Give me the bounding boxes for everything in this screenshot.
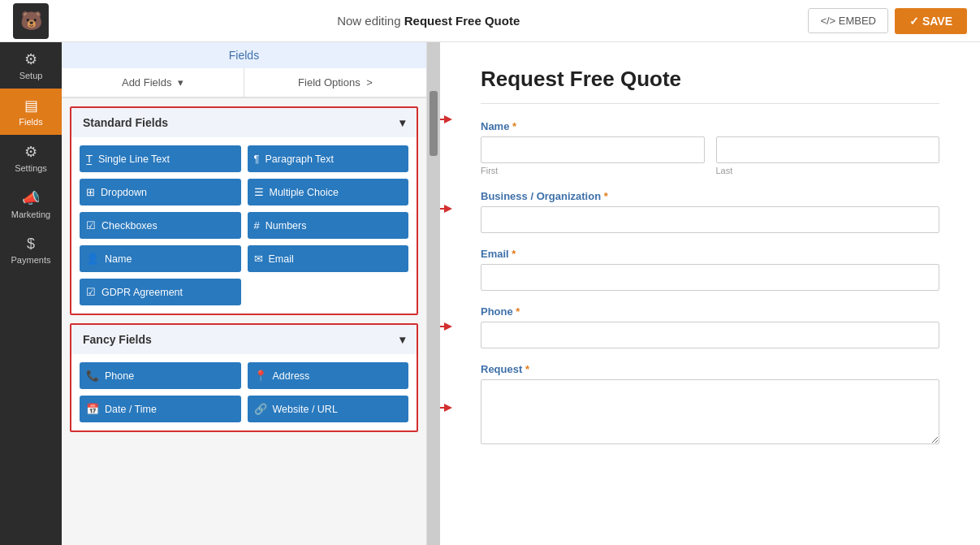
setup-icon: ⚙: [24, 50, 37, 68]
numbers-icon: #: [254, 219, 260, 231]
scroll-thumb[interactable]: [430, 91, 438, 156]
last-sub-label: Last: [716, 166, 940, 175]
sidebar-item-marketing[interactable]: 📣 Marketing: [0, 181, 62, 227]
marketing-icon: 📣: [22, 189, 40, 207]
field-btn-address[interactable]: 📍 Address: [248, 362, 409, 389]
form-label-phone: Phone *: [481, 305, 939, 318]
field-btn-name[interactable]: 👤 Name: [80, 245, 241, 272]
field-btn-gdpr-agreement[interactable]: ☑ GDPR Agreement: [80, 279, 241, 305]
name-icon: 👤: [86, 253, 99, 265]
datetime-icon: 📅: [86, 403, 99, 415]
request-textarea[interactable]: [481, 379, 939, 444]
form-label-name: Name *: [481, 120, 939, 132]
single-line-text-icon: T̲: [86, 153, 93, 165]
multiple-choice-icon: ☰: [254, 186, 264, 198]
sidebar-item-fields[interactable]: ▤ Fields: [0, 89, 62, 135]
form-name: Request Free Quote: [404, 14, 520, 28]
main-layout: ⚙ Setup ▤ Fields ⚙ Settings 📣 Marketing …: [0, 42, 980, 545]
form-field-name: Name * First Last: [481, 120, 939, 175]
name-last-input[interactable]: [716, 136, 940, 163]
standard-fields-label: Standard Fields: [83, 116, 168, 129]
address-icon: 📍: [254, 370, 267, 382]
form-title: Request Free Quote: [481, 67, 939, 104]
svg-marker-1: [444, 115, 452, 123]
fields-banner: Fields: [62, 42, 426, 68]
field-btn-phone[interactable]: 📞 Phone: [80, 362, 241, 389]
fancy-fields-grid: 📞 Phone 📍 Address 📅 Date / Time 🔗 Websit…: [71, 354, 417, 430]
name-row: First Last: [481, 136, 939, 175]
standard-fields-grid: T̲ Single Line Text ¶ Paragraph Text ⊞ D…: [71, 137, 417, 314]
field-btn-email[interactable]: ✉ Email: [248, 245, 409, 272]
email-input[interactable]: [481, 264, 939, 291]
field-btn-website-url[interactable]: 🔗 Website / URL: [248, 396, 409, 422]
standard-fields-header[interactable]: Standard Fields ▾: [71, 108, 417, 137]
logo: 🐻: [13, 3, 49, 39]
checkboxes-icon: ☑: [86, 219, 96, 231]
sidebar-label-setup: Setup: [19, 71, 43, 80]
fields-icon: ▤: [24, 97, 38, 115]
fields-tabs: Add Fields ▾ Field Options >: [62, 68, 426, 98]
save-button[interactable]: ✓ SAVE: [895, 8, 967, 34]
form-field-phone: Phone *: [481, 305, 939, 348]
field-btn-paragraph-text[interactable]: ¶ Paragraph Text: [248, 145, 409, 172]
website-url-icon: 🔗: [254, 403, 267, 415]
form-field-request: Request *: [481, 363, 939, 448]
business-input[interactable]: [481, 206, 939, 233]
fields-panel: Fields Add Fields ▾ Field Options > Stan…: [62, 42, 427, 545]
svg-marker-3: [444, 205, 452, 213]
logo-icon: 🐻: [13, 3, 49, 39]
chevron-down-icon: ▾: [178, 76, 183, 89]
email-icon: ✉: [254, 253, 263, 265]
name-first-input[interactable]: [481, 136, 705, 163]
chevron-down-icon-fancy: ▾: [399, 333, 405, 346]
paragraph-text-icon: ¶: [254, 153, 260, 165]
gdpr-icon: ☑: [86, 286, 96, 298]
first-sub-label: First: [481, 166, 705, 175]
chevron-right-icon: >: [366, 76, 373, 89]
sidebar-label-payments: Payments: [11, 255, 51, 265]
sidebar: ⚙ Setup ▤ Fields ⚙ Settings 📣 Marketing …: [0, 42, 62, 545]
field-btn-dropdown[interactable]: ⊞ Dropdown: [80, 179, 241, 205]
form-field-email: Email *: [481, 248, 939, 291]
svg-marker-7: [444, 404, 452, 412]
sidebar-item-setup[interactable]: ⚙ Setup: [0, 42, 62, 89]
form-field-business: Business / Organization *: [481, 190, 939, 233]
header: 🐻 Now editing Request Free Quote </> EMB…: [0, 0, 980, 42]
tab-add-fields[interactable]: Add Fields ▾: [62, 68, 244, 97]
field-btn-checkboxes[interactable]: ☑ Checkboxes: [80, 212, 241, 239]
sidebar-label-marketing: Marketing: [11, 210, 50, 219]
form-label-business: Business / Organization *: [481, 190, 939, 202]
arrows-overlay: [440, 42, 464, 545]
sidebar-label-settings: Settings: [15, 163, 47, 173]
header-actions: </> EMBED ✓ SAVE: [808, 8, 967, 34]
form-label-request: Request *: [481, 363, 939, 375]
sidebar-label-fields: Fields: [19, 117, 42, 127]
fancy-fields-header[interactable]: Fancy Fields ▾: [71, 325, 417, 354]
field-btn-single-line-text[interactable]: T̲ Single Line Text: [80, 145, 241, 172]
save-arrow-overlay: [964, 42, 980, 81]
fancy-fields-label: Fancy Fields: [83, 333, 152, 346]
form-label-email: Email *: [481, 248, 939, 260]
scroll-column: [427, 42, 440, 545]
form-preview: Request Free Quote Name * First Last Bus…: [440, 42, 980, 545]
settings-icon: ⚙: [24, 143, 37, 161]
chevron-down-icon: ▾: [399, 116, 405, 129]
phone-icon: 📞: [86, 370, 99, 382]
field-btn-datetime[interactable]: 📅 Date / Time: [80, 396, 241, 422]
name-last-col: Last: [716, 136, 940, 175]
fields-scroll[interactable]: Standard Fields ▾ T̲ Single Line Text ¶ …: [62, 98, 426, 545]
header-title: Now editing Request Free Quote: [337, 14, 520, 28]
sidebar-item-payments[interactable]: $ Payments: [0, 227, 62, 273]
field-btn-numbers[interactable]: # Numbers: [248, 212, 409, 239]
standard-fields-section: Standard Fields ▾ T̲ Single Line Text ¶ …: [70, 106, 418, 315]
field-btn-multiple-choice[interactable]: ☰ Multiple Choice: [248, 179, 409, 205]
embed-button[interactable]: </> EMBED: [808, 8, 888, 33]
dropdown-icon: ⊞: [86, 186, 95, 198]
phone-input[interactable]: [481, 322, 939, 348]
fancy-fields-section: Fancy Fields ▾ 📞 Phone 📍 Address 📅 Date …: [70, 323, 418, 432]
payments-icon: $: [27, 236, 35, 253]
svg-marker-5: [444, 322, 452, 331]
name-first-col: First: [481, 136, 705, 175]
sidebar-item-settings[interactable]: ⚙ Settings: [0, 135, 62, 181]
tab-field-options[interactable]: Field Options >: [244, 68, 426, 97]
